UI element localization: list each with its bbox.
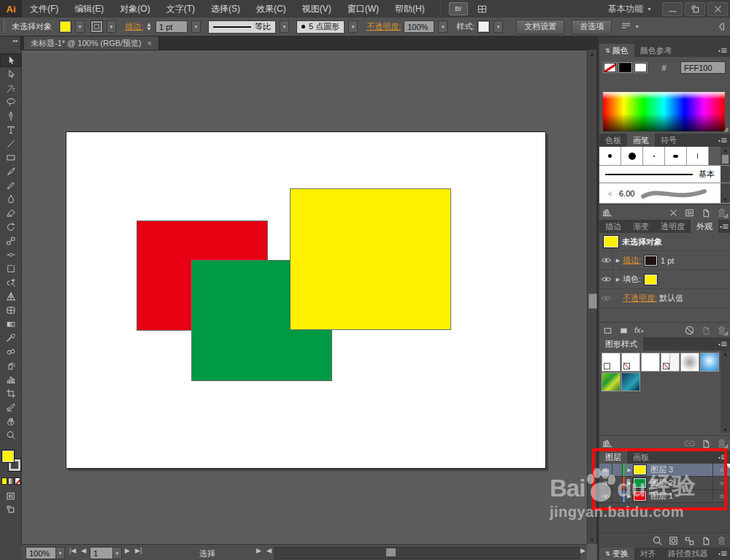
artboard-tool[interactable] [0,386,21,400]
color-button[interactable] [1,477,7,485]
tab-brushes-1[interactable]: 画笔 [627,134,655,147]
close-button[interactable] [707,2,728,16]
width-profile-combo[interactable]: 等比 [208,20,276,34]
color-spectrum[interactable] [603,92,725,131]
pencil-tool[interactable] [0,178,21,192]
vertical-scroll-thumb[interactable] [588,294,597,309]
fill-color-swatch[interactable] [59,20,72,33]
stroke-weight-dropdown[interactable]: ▼ [191,20,201,33]
workspace-switcher[interactable]: 基本功能 ▼ [608,3,652,15]
last-artboard-icon[interactable]: ▶| [135,547,142,554]
clear-appearance-icon[interactable] [684,325,695,336]
brush-definition-dropdown[interactable]: ▼ [348,20,358,33]
fill-swatch[interactable] [645,275,657,285]
graphic-style-blue-glow[interactable] [700,353,719,372]
horizontal-scrollbar[interactable] [274,547,580,559]
scroll-down-icon[interactable]: ▼ [588,535,596,544]
menu-item-3[interactable]: 文字(T) [158,0,203,18]
hscroll-left-icon[interactable]: ◀ [266,547,272,554]
stroke-link[interactable]: 描边: [125,21,143,32]
line-segment-tool[interactable] [0,137,21,150]
layer-expand-icon[interactable]: ▶ [625,467,634,473]
brush-options-icon[interactable] [684,207,695,218]
next-artboard-icon[interactable]: ▶ [125,547,130,554]
document-tab[interactable]: 未标题-1* @ 100% (RGB/预览) × [24,37,159,50]
layer-visibility-toggle[interactable] [599,477,612,489]
resize-grip-icon[interactable] [718,439,729,450]
layer-thumbnail[interactable] [634,491,646,501]
style-dropdown[interactable]: ▼ [493,20,503,33]
screen-mode-button[interactable] [4,504,17,515]
slice-tool[interactable] [0,400,21,414]
opacity-link[interactable]: 不透明度: [366,21,401,32]
collapse-panel-icon[interactable] [716,21,727,32]
panel-menu-icon[interactable] [717,135,728,146]
tab-bottom-0[interactable]: ⇅变换 [599,548,634,560]
new-layer-icon[interactable] [700,535,711,546]
scroll-up-icon[interactable]: ▲ [588,50,596,58]
none-button[interactable] [15,477,20,485]
brush-libraries-icon[interactable] [602,207,613,218]
graphic-style-teal-swirl[interactable] [621,372,640,391]
layer-visibility-toggle[interactable] [599,490,612,502]
fill-color-dropdown[interactable]: ▼ [75,20,85,33]
styles-scrollbar[interactable]: ▲ ▼ [721,350,730,433]
layer-thumbnail[interactable] [634,478,646,488]
layer-name[interactable]: 图层 1 [650,491,673,502]
layer-visibility-toggle[interactable] [599,464,612,476]
brush-swatch-dot-tiny[interactable] [643,147,665,165]
menu-item-5[interactable]: 效果(C) [248,0,294,18]
brush-scrollbar-top[interactable]: ▲ [721,147,730,165]
graphic-style-two-state[interactable] [661,353,680,372]
select-similar-icon[interactable] [620,21,631,32]
graphic-style-green-swirl[interactable] [602,372,620,391]
tab-brushes-0[interactable]: 色板 [599,134,627,147]
menu-item-7[interactable]: 窗口(W) [339,0,387,18]
remove-brush-stroke-icon[interactable] [668,207,679,218]
graphic-style-default[interactable] [602,353,620,372]
tab-color-0[interactable]: ⇅颜色 [599,44,634,57]
horizontal-scroll-thumb[interactable] [386,548,396,556]
opacity-attribute-link[interactable]: 不透明度: [623,293,657,304]
scale-tool[interactable] [0,234,21,248]
stroke-swatch[interactable] [645,256,657,266]
paintbrush-tool[interactable] [0,164,21,178]
layer-expand-icon[interactable]: ▶ [625,494,634,499]
rectangle-tool[interactable] [0,150,21,164]
first-artboard-icon[interactable]: |◀ [69,547,76,554]
resize-grip-icon[interactable] [718,208,729,219]
toolbar-header[interactable]: ▸▸ [0,37,21,50]
yellow-rectangle[interactable] [290,188,451,330]
appearance-fill-row[interactable]: ▶ 填色: [599,270,730,289]
free-transform-tool[interactable] [0,261,21,275]
visibility-eye-icon[interactable] [601,255,612,266]
add-effect-button[interactable]: fx▾ [634,326,643,334]
brush-swatch-dot-flat[interactable] [665,147,687,165]
new-style-icon[interactable] [700,438,711,449]
layer-name[interactable]: 图层 2 [650,477,673,488]
control-bar-grip[interactable] [1,20,6,34]
black-swatch[interactable] [619,63,631,72]
brush-swatch-dash-vertical[interactable] [687,147,709,165]
menu-item-0[interactable]: 文件(F) [22,0,66,18]
tab-graphic-styles[interactable]: 图形样式 [599,337,643,350]
panel-menu-icon[interactable] [717,339,728,350]
perspective-grid-tool[interactable] [0,289,21,303]
tab-appearance-2[interactable]: 透明度 [655,220,691,233]
zoom-level-field[interactable]: 100% [26,547,59,559]
rotate-tool[interactable] [0,220,21,234]
stroke-attribute-link[interactable]: 描边: [623,255,641,266]
brush-swatch-dot-large[interactable] [621,147,643,165]
tab-layers-1[interactable]: 画板 [627,450,655,464]
add-stroke-icon[interactable] [602,325,613,336]
new-brush-icon[interactable] [700,207,711,218]
layer-thumbnail[interactable] [634,465,646,475]
width-profile-dropdown[interactable]: ▼ [280,20,289,33]
appearance-stroke-row[interactable]: ▶ 描边: 1 pt [599,251,730,270]
stroke-color-dropdown[interactable]: ▼ [107,20,116,33]
style-swatch[interactable] [477,20,490,33]
minimize-button[interactable] [662,2,683,16]
eraser-tool[interactable] [0,206,21,220]
tab-color-1[interactable]: 颜色参考 [634,44,678,57]
brush-scrollbar-lower[interactable]: ▼ [721,183,730,203]
